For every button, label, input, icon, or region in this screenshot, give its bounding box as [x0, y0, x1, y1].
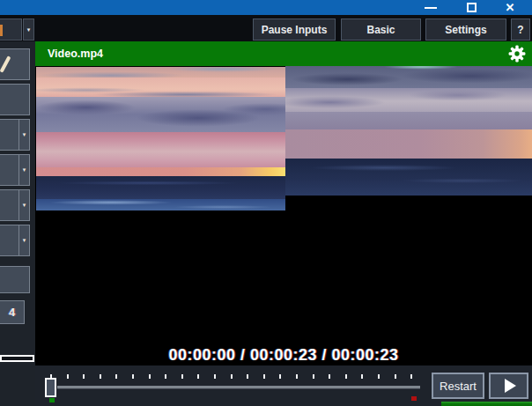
sidebar-split-button-3[interactable]: ▾ [0, 189, 30, 221]
app-toolbar: ▾ Pause Inputs Basic Settings ? [0, 15, 532, 41]
audio-meter [0, 355, 34, 362]
video-band [285, 159, 532, 196]
input-header[interactable]: Video.mp4 [35, 41, 532, 66]
video-band [36, 167, 285, 176]
video-band [36, 78, 285, 97]
pause-inputs-button[interactable]: Pause Inputs [253, 18, 336, 41]
preset-dropdown-button[interactable]: ▾ [23, 18, 34, 41]
seekbar-ticks [50, 374, 412, 379]
maximize-button[interactable] [460, 0, 483, 15]
sidebar-split-button-4[interactable]: ▾ [0, 225, 30, 256]
chevron-down-icon[interactable]: ▾ [18, 225, 29, 255]
video-band [285, 129, 532, 159]
video-frame-left [36, 67, 285, 210]
sidebar-split-button-2[interactable]: ▾ [0, 154, 30, 186]
settings-button[interactable]: Settings [425, 18, 506, 41]
green-status-indicator [49, 398, 55, 402]
app-window: ✕ ▾ Pause Inputs Basic Settings ? ▾ ▾ ▾ … [0, 0, 532, 406]
close-icon: ✕ [506, 0, 515, 15]
transport-controls: Restart [35, 365, 532, 406]
video-preview-area: 00:00:00 / 00:00:23 / 00:00:23 [35, 66, 532, 365]
chevron-down-icon[interactable]: ▾ [18, 155, 29, 185]
minimize-icon [425, 7, 437, 9]
chevron-down-icon[interactable]: ▾ [18, 190, 29, 220]
video-band [36, 67, 285, 78]
gear-icon[interactable] [508, 45, 526, 63]
video-band [36, 176, 285, 199]
play-icon [505, 379, 516, 393]
sidebar-button-2[interactable] [0, 84, 30, 115]
input-title: Video.mp4 [48, 41, 103, 66]
video-band [285, 66, 532, 88]
sidebar-button-3[interactable] [0, 266, 30, 293]
input-options-sidebar: ▾ ▾ ▾ ▾ 4 [0, 41, 35, 406]
preset-combobox[interactable] [0, 18, 22, 41]
sidebar-split-button-1[interactable]: ▾ [0, 119, 30, 151]
close-button[interactable]: ✕ [499, 0, 521, 15]
next-input-header-edge [441, 402, 532, 406]
seekbar-thumb[interactable] [45, 378, 56, 397]
seekbar-track[interactable] [57, 386, 420, 389]
preset-text-fragment [0, 25, 3, 36]
video-band [36, 97, 285, 132]
video-band [285, 112, 532, 129]
input-panel: Video.mp4 [35, 41, 532, 406]
window-titlebar: ✕ [0, 0, 532, 15]
minimize-button[interactable] [419, 0, 442, 15]
red-status-indicator [411, 396, 417, 401]
sidebar-button-1[interactable] [0, 48, 30, 80]
video-band [36, 199, 285, 210]
basic-button[interactable]: Basic [341, 18, 421, 41]
video-band [36, 132, 285, 167]
partial-glyph-icon [0, 55, 11, 73]
chevron-down-icon: ▾ [27, 26, 31, 33]
maximize-icon [467, 3, 477, 12]
sidebar-slot-4-button[interactable]: 4 [0, 300, 25, 324]
chevron-down-icon[interactable]: ▾ [18, 120, 29, 150]
timecode-display: 00:00:00 / 00:00:23 / 00:00:23 [35, 346, 532, 365]
play-button[interactable] [489, 373, 528, 399]
video-band [285, 88, 532, 112]
help-button[interactable]: ? [511, 18, 530, 41]
video-frame-right [285, 66, 532, 196]
restart-button[interactable]: Restart [432, 373, 484, 399]
